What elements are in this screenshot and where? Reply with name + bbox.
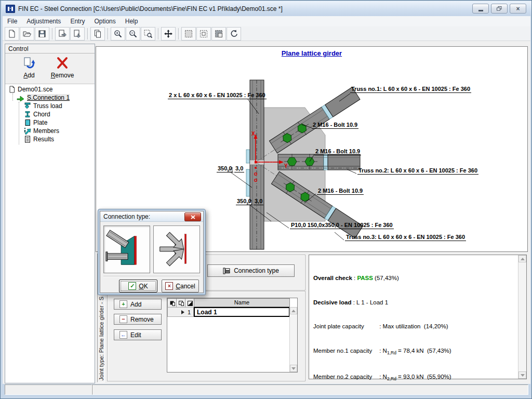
copy-picture-icon [58, 29, 67, 38]
load-edit-button[interactable]: ← Edit [114, 329, 162, 340]
export-picture-button[interactable] [70, 27, 85, 41]
row-index: 1 [188, 309, 191, 315]
status-bar-left [5, 384, 92, 395]
load-add-button[interactable]: + Add [114, 299, 162, 310]
annotation-truss1: Truss no.1: L 60 x 60 x 6 - EN 10025 : F… [350, 86, 471, 93]
results-scroll-down-button[interactable] [518, 371, 526, 379]
svg-text:Y: Y [284, 163, 288, 169]
zoom-window-icon [143, 29, 153, 38]
export-picture-icon [73, 29, 82, 38]
save-file-icon [37, 29, 47, 38]
menu-adjustments[interactable]: Adjustments [22, 17, 65, 26]
tree-item-chord[interactable]: Chord [24, 110, 50, 118]
open-file-button[interactable] [20, 27, 34, 41]
deselect-icon [179, 301, 184, 306]
tree-item-file[interactable]: Demo01.sce [8, 85, 52, 94]
annotation-bolts2: 2 M16 - Bolt 10.9 [314, 149, 361, 155]
results-scrollbar[interactable] [518, 255, 526, 379]
menu-help[interactable]: Help [121, 17, 143, 26]
tree-item-truss-load[interactable]: Truss load [24, 102, 62, 110]
tree-item-connection[interactable]: S.Connection 1 [17, 94, 70, 102]
dialog-cancel-button[interactable]: × Cancel [162, 280, 199, 292]
zoom-in-button[interactable] [111, 27, 125, 41]
table-scrollbar[interactable] [289, 307, 297, 372]
joint-type-label: Joint type: Plane lattice girder - S [98, 297, 104, 380]
table-header-name[interactable]: Name [194, 298, 290, 307]
zoom-out-icon [128, 29, 138, 38]
tree-item-results[interactable]: Results [24, 135, 54, 143]
menu-file[interactable]: File [3, 17, 22, 26]
zoom-out-button[interactable] [126, 27, 140, 41]
dialog-close-button[interactable] [184, 212, 201, 221]
results-icon [24, 136, 31, 143]
copy-button[interactable] [90, 27, 105, 41]
scroll-up-button[interactable] [290, 307, 297, 314]
copy-picture-button[interactable] [55, 27, 70, 41]
annotation-plate: P10,0 150,0x350,0 - EN 10025 : Fe 360 [290, 222, 394, 229]
load-remove-label: Remove [130, 316, 154, 323]
table-cell-load-name[interactable]: Load 1 [194, 307, 290, 317]
tree-item-label: Plate [33, 119, 47, 126]
connection-type-button[interactable]: Connection type [207, 264, 295, 277]
results-scroll-up-button[interactable] [518, 255, 526, 262]
main-toolbar [3, 26, 530, 41]
status-bar-right [92, 384, 528, 395]
truss-load-icon [24, 102, 31, 110]
plate-connection-option[interactable] [103, 225, 150, 273]
dimension-thickness-1: 3,0 [234, 166, 244, 172]
restore-button[interactable] [491, 4, 508, 14]
dialog-body: Connection type: [100, 211, 204, 293]
chord-icon [24, 111, 31, 118]
view-window-button[interactable] [196, 27, 211, 41]
dialog-ok-button[interactable]: ✓ OK [119, 280, 157, 292]
minimize-icon [478, 10, 483, 11]
menu-options[interactable]: Options [89, 17, 120, 26]
view-selection-button[interactable] [211, 27, 226, 41]
close-button[interactable]: × [510, 4, 526, 14]
control-panel: Control Add Remove Demo01.sce [5, 44, 95, 383]
results-panel: Overall check : PASS (57,43%) Decisive l… [309, 255, 527, 379]
load-add-label: Add [130, 301, 141, 308]
save-file-button[interactable] [35, 27, 49, 41]
table-row-marker[interactable]: 1 [167, 307, 194, 317]
view-all-icon [184, 29, 193, 38]
zoom-window-button[interactable] [141, 27, 155, 41]
add-connection-button[interactable]: Add [12, 57, 46, 79]
tree-item-label: Members [33, 127, 59, 135]
zoom-previous-button[interactable] [227, 27, 241, 41]
scroll-up-icon [291, 310, 296, 312]
view-all-button[interactable] [181, 27, 196, 41]
toolbar-separator [158, 28, 159, 39]
load-remove-button[interactable]: − Remove [114, 314, 162, 325]
scroll-down-icon [291, 367, 296, 370]
tree-item-plate[interactable]: Plate [24, 118, 47, 127]
remove-connection-button[interactable]: Remove [46, 57, 79, 79]
menu-bar: File Adjustments Entry Options Help [3, 16, 530, 27]
load-edit-label: Edit [130, 331, 141, 339]
tree-item-members[interactable]: Members [24, 127, 59, 135]
menu-entry[interactable]: Entry [65, 17, 89, 26]
direct-connection-option[interactable] [153, 225, 200, 273]
toolbar-separator [87, 28, 88, 39]
pan-button[interactable] [161, 27, 176, 41]
plate-connection-image [104, 226, 149, 272]
connection-type-label: Connection type [234, 267, 279, 274]
minimize-button[interactable] [472, 4, 489, 14]
chord-member-shape [250, 80, 264, 249]
open-file-icon [22, 29, 32, 38]
new-file-button[interactable] [5, 27, 19, 41]
pan-icon [164, 29, 173, 38]
dialog-separator [103, 276, 200, 277]
direct-connection-image [154, 226, 198, 272]
view-window-icon [199, 29, 208, 38]
tree-item-label: Truss load [33, 102, 62, 110]
tree-item-label: S.Connection 1 [27, 94, 70, 101]
app-icon [6, 5, 15, 13]
result-line-decisive: Decisive load : L 1 - Load 1 [313, 299, 516, 307]
close-icon: × [516, 6, 520, 12]
scroll-down-button[interactable] [290, 365, 297, 372]
scroll-up-icon [521, 258, 525, 260]
connection-type-icon [223, 268, 231, 274]
view-selection-icon [214, 29, 223, 38]
svg-text:X: X [251, 131, 255, 137]
